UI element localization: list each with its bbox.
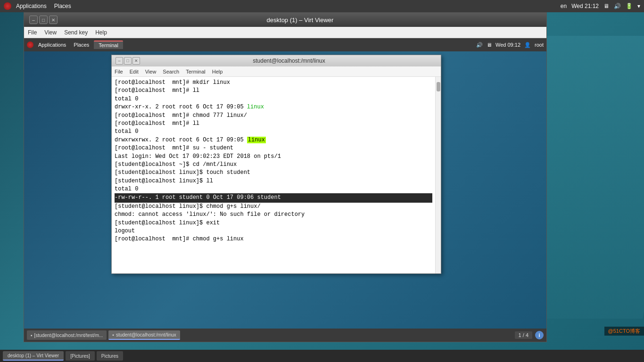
term-line-3: drwxr-xr-x. 2 root root 6 Oct 17 09:05 l…: [115, 103, 432, 111]
vm-applications-menu[interactable]: Applications: [35, 41, 69, 49]
language-indicator[interactable]: en: [561, 3, 567, 9]
terminal-content-area: [root@localhost mnt]# mkdir linux [root@…: [112, 77, 441, 273]
vm-taskbar-item-0[interactable]: ▪ [student@localhost:/mnt/test/m...: [27, 330, 107, 340]
bottom-task-pictures[interactable]: Pictures: [97, 351, 123, 361]
vm-places-menu[interactable]: Places: [71, 41, 92, 49]
term-line-0: [root@localhost mnt]# mkdir linux: [115, 79, 432, 87]
term-line-16: chmod: cannot access 'linux/': No such f…: [115, 211, 432, 219]
terminal-window-controls: – □ ✕: [115, 57, 140, 65]
term-line-14-highlighted: -rw-rw-r--. 1 root student 0 Oct 17 09:0…: [115, 193, 432, 202]
fedora-logo: [4, 2, 11, 10]
term-line-6: total 0: [115, 128, 432, 136]
vm-taskbar-term-icon-1: ▪: [112, 332, 114, 337]
vm-user-icon: 👤: [524, 42, 531, 48]
term-line-1: [root@localhost mnt]# ll: [115, 87, 432, 95]
vm-info-button[interactable]: i: [535, 331, 544, 339]
terminal-menu-view[interactable]: View: [145, 69, 157, 74]
term-line-19: [root@localhost mnt]# chmod g+s linux: [115, 235, 432, 243]
bottom-task-pictures-bracket[interactable]: [Pictures]: [66, 351, 95, 361]
maximize-button[interactable]: □: [39, 16, 48, 24]
system-bar-right: en Wed 21:12 🖥 🔊 🔋 ▾: [561, 3, 640, 9]
linux-dir-label-1: linux: [247, 104, 264, 110]
term-line-2: total 0: [115, 95, 432, 103]
volume-icon[interactable]: 🔊: [614, 3, 621, 9]
term-line-9: Last login: Wed Oct 17 09:02:23 EDT 2018…: [115, 153, 432, 161]
terminal-menu-file[interactable]: File: [115, 69, 123, 74]
virt-menu-file[interactable]: File: [28, 29, 37, 36]
terminal-menubar: File Edit View Search Terminal Help: [112, 66, 441, 77]
system-bar: Applications Places en Wed 21:12 🖥 🔊 🔋 ▾: [0, 0, 644, 12]
terminal-close-button[interactable]: ✕: [132, 57, 140, 65]
virt-menu-sendkey[interactable]: Send key: [64, 29, 88, 36]
terminal-scrollbar[interactable]: [435, 77, 441, 273]
terminal-menu-help[interactable]: Help: [212, 69, 223, 74]
terminal-output[interactable]: [root@localhost mnt]# mkdir linux [root@…: [112, 77, 435, 273]
vm-desktop: Applications Places Terminal 🔊 🖥 Wed 09:…: [24, 38, 546, 342]
system-clock: Wed 21:12: [571, 3, 599, 9]
term-line-8: [root@localhost mnt]# su - student: [115, 144, 432, 152]
term-line-15: [student@localhost linux]$ chmod g+s lin…: [115, 203, 432, 211]
vm-screen-icon: 🖥: [487, 42, 492, 48]
battery-icon: 🔋: [626, 3, 633, 9]
terminal-maximize-button[interactable]: □: [124, 57, 132, 65]
virt-window-title: desktop (1) – Virt Viewer: [58, 16, 543, 24]
vm-fedora-logo: [27, 41, 33, 48]
vm-terminal-tab[interactable]: Terminal: [94, 41, 123, 49]
vm-volume-icon[interactable]: 🔊: [476, 42, 483, 48]
minimize-button[interactable]: –: [29, 16, 38, 24]
desktop: – □ ✕ desktop (1) – Virt Viewer File Vie…: [0, 12, 644, 350]
term-line-11: [student@localhost linux]$ touch student: [115, 169, 432, 177]
term-line-12: [student@localhost linux]$ ll: [115, 177, 432, 185]
bottom-task-virt-viewer[interactable]: desktop (1) – Virt Viewer: [3, 351, 64, 361]
system-bar-left: Applications Places: [4, 2, 74, 10]
vm-taskbar-item-1[interactable]: ▪ student@localhost:/mnt/linux: [108, 330, 180, 340]
term-line-5: [root@localhost mnt]# ll: [115, 120, 432, 128]
terminal-window: – □ ✕ student@localhost:/mnt/linux File …: [111, 55, 441, 274]
vm-taskbar-term-icon-0: ▪: [31, 333, 33, 338]
applications-menu[interactable]: Applications: [13, 2, 50, 10]
terminal-menu-search[interactable]: Search: [163, 69, 179, 74]
watermark: @51CTO博客: [604, 327, 644, 336]
terminal-menu-terminal[interactable]: Terminal: [186, 69, 206, 74]
vm-top-panel: Applications Places Terminal 🔊 🖥 Wed 09:…: [24, 38, 546, 51]
virt-menubar: File View Send key Help: [24, 27, 546, 38]
settings-icon[interactable]: ▾: [637, 3, 640, 9]
terminal-titlebar: – □ ✕ student@localhost:/mnt/linux: [112, 55, 441, 66]
vm-panel-right: 🔊 🖥 Wed 09:12 👤 root: [476, 42, 544, 48]
term-line-10: [student@localhost ~]$ cd /mnt/linux: [115, 161, 432, 169]
places-menu[interactable]: Places: [51, 2, 74, 10]
term-line-7: drwxrwxrwx. 2 root root 6 Oct 17 09:05 l…: [115, 136, 432, 144]
term-line-4: [root@localhost mnt]# chmod 777 linux/: [115, 112, 432, 120]
vm-clock: Wed 09:12: [495, 42, 520, 48]
vm-taskbar: ▪ [student@localhost:/mnt/test/m... ▪ st…: [24, 329, 546, 342]
virt-menu-help[interactable]: Help: [95, 29, 107, 36]
screen-icon: 🖥: [603, 3, 609, 9]
vm-taskbar-right: 1 / 4 i: [515, 331, 544, 339]
vm-taskbar-label-1: student@localhost:/mnt/linux: [116, 332, 176, 337]
virt-viewer-window: – □ ✕ desktop (1) – Virt Viewer File Vie…: [24, 12, 547, 342]
terminal-menu-edit[interactable]: Edit: [130, 69, 139, 74]
linux-dir-label-2: linux: [247, 137, 266, 143]
terminal-title: student@localhost:/mnt/linux: [140, 58, 438, 64]
bottom-taskbar: desktop (1) – Virt Viewer [Pictures] Pic…: [0, 350, 644, 362]
vm-taskbar-label-0: [student@localhost:/mnt/test/m...: [34, 333, 103, 338]
vm-page-indicator: 1 / 4: [515, 331, 532, 339]
vm-panel-left: Applications Places Terminal: [27, 41, 123, 49]
virt-titlebar: – □ ✕ desktop (1) – Virt Viewer: [24, 13, 546, 27]
vm-user-label: root: [535, 42, 544, 48]
virt-window-controls: – □ ✕: [28, 16, 58, 24]
close-button[interactable]: ✕: [49, 16, 58, 24]
terminal-minimize-button[interactable]: –: [116, 57, 123, 65]
term-line-18: logout: [115, 227, 432, 235]
term-line-13: total 0: [115, 185, 432, 193]
virt-menu-view[interactable]: View: [44, 29, 57, 36]
term-line-17: [student@localhost linux]$ exit: [115, 219, 432, 227]
